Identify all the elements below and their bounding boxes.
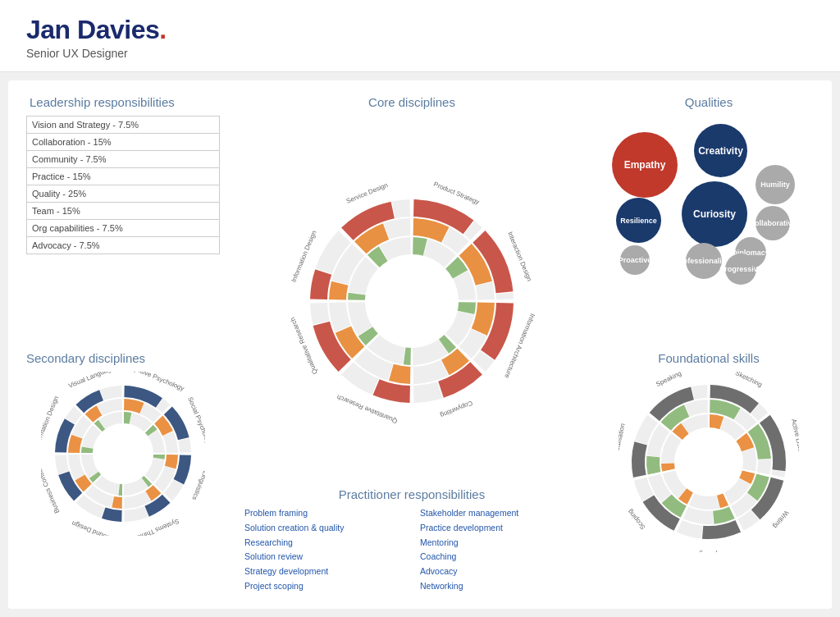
leadership-row: Org capabilities - 7.5% bbox=[27, 220, 220, 237]
qualities-title: Qualities bbox=[604, 95, 814, 109]
svg-text:Service Design: Service Design bbox=[345, 181, 389, 205]
practitioner-section: Practitioner responsibilities Problem fr… bbox=[236, 487, 587, 594]
leadership-row: Vision and Strategy - 7.5% bbox=[27, 117, 220, 134]
leadership-row: Quality - 25% bbox=[27, 185, 220, 203]
quality-bubble: Empathy bbox=[612, 132, 678, 198]
quality-bubble: Progressive bbox=[725, 254, 756, 285]
leadership-row: Advocacy - 7.5% bbox=[27, 237, 220, 254]
name-heading: Jan Davies. bbox=[26, 15, 814, 45]
quality-bubble: Resilience bbox=[616, 198, 661, 243]
core-donut-chart: Product StrategyInteraction DesignInform… bbox=[289, 178, 535, 424]
leadership-row: Team - 15% bbox=[27, 203, 220, 220]
secondary-chart-container: Cognitive PsychologySocial PsychologyLin… bbox=[26, 372, 220, 536]
leadership-table: Vision and Strategy - 7.5%Collaboration … bbox=[26, 116, 220, 254]
svg-text:Qualitative Research: Qualitative Research bbox=[289, 317, 319, 376]
quality-bubble: Collaborative bbox=[756, 206, 790, 240]
foundational-section: Foundational skills SketchingActive List… bbox=[594, 345, 824, 601]
qualities-section: Qualities EmpathyCreativityCuriosityResi… bbox=[594, 89, 824, 345]
practitioner-item: Solution review bbox=[244, 550, 404, 564]
practitioner-columns: Problem framingSolution creation & quali… bbox=[244, 506, 579, 594]
leadership-row: Community - 7.5% bbox=[27, 151, 220, 168]
svg-text:Product Strategy: Product Strategy bbox=[432, 181, 481, 206]
header: Jan Davies. Senior UX Designer bbox=[0, 0, 840, 72]
svg-text:Sketching: Sketching bbox=[734, 372, 764, 388]
svg-text:Speaking: Speaking bbox=[655, 372, 682, 388]
leadership-section: Leadership responsibilities Vision and S… bbox=[16, 89, 230, 345]
page: Jan Davies. Senior UX Designer Leadershi… bbox=[0, 0, 840, 617]
svg-text:Active Listening: Active Listening bbox=[790, 418, 799, 465]
svg-point-25 bbox=[96, 427, 150, 481]
practitioner-item: Strategy development bbox=[244, 564, 404, 579]
foundational-chart-container: SketchingActive ListeningWritingAnticipa… bbox=[604, 372, 814, 552]
practitioner-item: Coaching bbox=[420, 550, 579, 564]
secondary-donut-chart: Cognitive PsychologySocial PsychologyLin… bbox=[41, 372, 205, 536]
practitioner-item: Stakeholder management bbox=[420, 506, 579, 521]
practitioner-col2: Stakeholder managementPractice developme… bbox=[420, 506, 579, 594]
secondary-title: Secondary disciplines bbox=[26, 351, 220, 365]
svg-point-41 bbox=[678, 431, 740, 493]
practitioner-col1: Problem framingSolution creation & quali… bbox=[244, 506, 404, 594]
job-title: Senior UX Designer bbox=[26, 47, 814, 60]
foundational-donut-chart: SketchingActive ListeningWritingAnticipa… bbox=[619, 372, 799, 552]
quality-bubble: Curiosity bbox=[682, 181, 747, 247]
svg-text:Linguistics: Linguistics bbox=[190, 470, 205, 501]
practitioner-item: Solution creation & quality bbox=[244, 521, 404, 536]
practitioner-item: Researching bbox=[244, 536, 404, 551]
name-dot: . bbox=[159, 15, 166, 44]
svg-point-8 bbox=[368, 258, 455, 345]
practitioner-item: Advocacy bbox=[420, 564, 579, 579]
secondary-section: Secondary disciplines Cognitive Psycholo… bbox=[16, 345, 230, 601]
leadership-row: Practice - 15% bbox=[27, 168, 220, 185]
svg-text:Visualisation: Visualisation bbox=[619, 423, 627, 460]
svg-text:Interaction Design: Interaction Design bbox=[506, 231, 533, 282]
svg-text:Anticipating risks: Anticipating risks bbox=[684, 551, 733, 552]
svg-text:Copywriting: Copywriting bbox=[439, 400, 473, 419]
foundational-title: Foundational skills bbox=[604, 351, 814, 365]
practitioner-item: Project scoping bbox=[244, 579, 404, 594]
quality-bubble: Proactive bbox=[620, 245, 650, 275]
center-column: Core disciplines Product StrategyInterac… bbox=[230, 89, 594, 601]
quality-bubble: Creativity bbox=[694, 124, 747, 177]
practitioner-item: Mentoring bbox=[420, 536, 579, 551]
leadership-row: Collaboration - 15% bbox=[27, 134, 220, 151]
leadership-title: Leadership responsibilities bbox=[30, 95, 220, 109]
svg-text:Visual Language: Visual Language bbox=[67, 372, 116, 390]
svg-text:Sound Design: Sound Design bbox=[71, 519, 112, 536]
practitioner-item: Practice development bbox=[420, 521, 579, 536]
name-text: Jan Davies bbox=[26, 15, 159, 44]
practitioner-item: Problem framing bbox=[244, 506, 404, 521]
practitioner-title: Practitioner responsibilities bbox=[244, 487, 579, 501]
qualities-bubbles: EmpathyCreativityCuriosityResilienceHumi… bbox=[604, 116, 801, 296]
svg-text:Writing: Writing bbox=[772, 510, 790, 530]
core-disciplines-title: Core disciplines bbox=[368, 95, 455, 109]
core-chart-container: Product StrategyInteraction DesignInform… bbox=[289, 116, 535, 487]
quality-bubble: Humility bbox=[756, 165, 795, 204]
main-content: Leadership responsibilities Vision and S… bbox=[8, 80, 832, 609]
quality-bubble: Professionalism bbox=[686, 243, 722, 279]
practitioner-item: Networking bbox=[420, 579, 579, 594]
svg-text:Scoping: Scoping bbox=[627, 508, 647, 531]
